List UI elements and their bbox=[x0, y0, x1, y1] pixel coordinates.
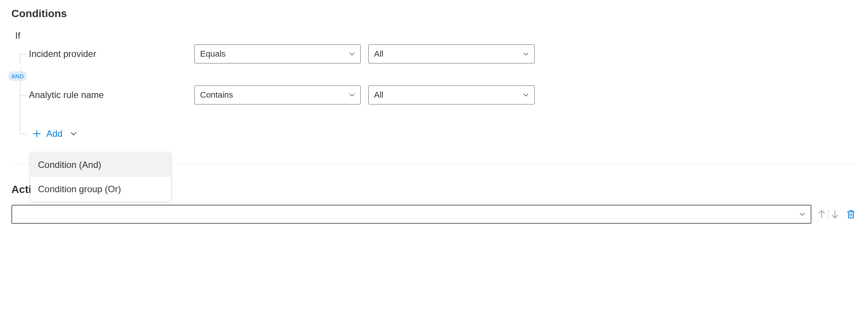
chevron-down-icon bbox=[349, 51, 355, 57]
tree-connector bbox=[16, 126, 27, 141]
move-down-button[interactable] bbox=[829, 209, 841, 220]
add-button[interactable]: Add bbox=[27, 128, 77, 139]
value-select[interactable]: All bbox=[368, 85, 535, 104]
add-condition-row: Add bbox=[16, 126, 857, 141]
action-select[interactable] bbox=[11, 205, 811, 224]
conditions-block: Incident provider Equals All AND Analyti… bbox=[16, 44, 857, 141]
reorder-controls bbox=[816, 209, 841, 220]
and-badge: AND bbox=[8, 71, 27, 81]
action-row bbox=[11, 205, 857, 224]
move-up-button[interactable] bbox=[816, 209, 827, 220]
tree-connector bbox=[16, 85, 27, 105]
add-menu-item-condition-and[interactable]: Condition (And) bbox=[30, 153, 171, 177]
add-label: Add bbox=[46, 128, 63, 139]
value-text: All bbox=[374, 90, 383, 100]
logic-operator-row: AND bbox=[8, 67, 857, 85]
chevron-down-icon bbox=[523, 92, 529, 98]
delete-button[interactable] bbox=[845, 209, 857, 220]
condition-row: Incident provider Equals All bbox=[16, 44, 857, 64]
add-menu-item-condition-group-or[interactable]: Condition group (Or) bbox=[30, 177, 171, 201]
if-label: If bbox=[15, 30, 857, 41]
value-text: All bbox=[374, 49, 383, 59]
operator-value: Equals bbox=[200, 49, 226, 59]
conditions-section-title: Conditions bbox=[11, 8, 857, 20]
condition-label-analytic-rule-name: Analytic rule name bbox=[27, 90, 194, 100]
operator-select[interactable]: Contains bbox=[194, 85, 361, 104]
value-select[interactable]: All bbox=[368, 44, 535, 63]
chevron-down-icon bbox=[523, 51, 529, 57]
chevron-down-icon bbox=[799, 211, 805, 217]
tree-connector bbox=[16, 44, 27, 64]
operator-value: Contains bbox=[200, 90, 233, 100]
add-menu: Condition (And) Condition group (Or) bbox=[30, 153, 171, 201]
chevron-down-icon bbox=[349, 92, 355, 98]
condition-label-incident-provider: Incident provider bbox=[27, 49, 194, 59]
chevron-down-icon bbox=[70, 130, 77, 137]
divider bbox=[828, 209, 829, 219]
plus-icon bbox=[33, 130, 41, 138]
operator-select[interactable]: Equals bbox=[194, 44, 361, 63]
condition-row: Analytic rule name Contains All bbox=[16, 85, 857, 105]
